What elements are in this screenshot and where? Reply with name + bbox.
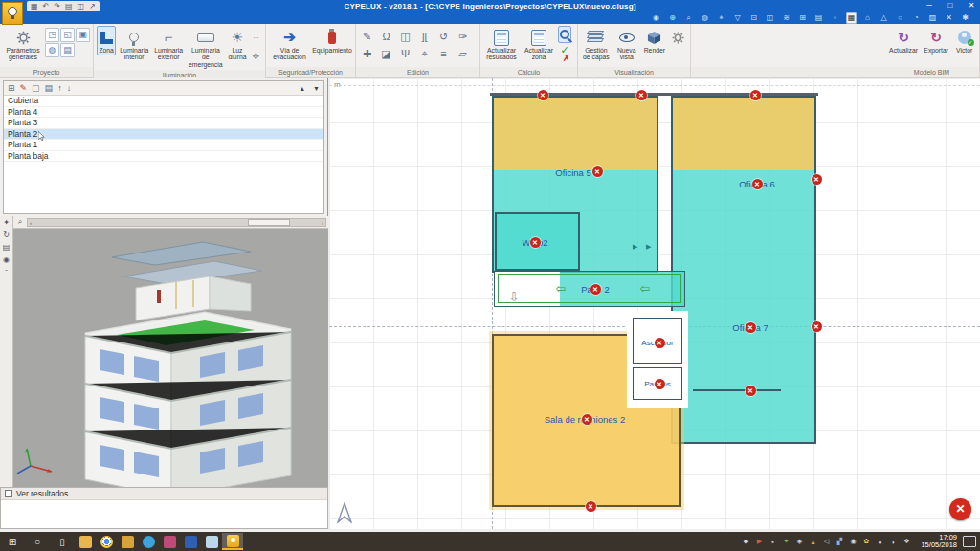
bim-actualizar-button[interactable]: ↻ Actualizar bbox=[887, 26, 920, 55]
proyecto-mini-icon[interactable]: ▤ bbox=[60, 43, 75, 57]
viewport-tool-icon[interactable]: ▤ bbox=[3, 243, 11, 252]
equipamiento-button[interactable]: Equipamiento bbox=[312, 26, 352, 55]
view-toolbar-icon[interactable]: ○ bbox=[895, 13, 905, 23]
floor-row-planta-baja[interactable]: Planta baja bbox=[4, 151, 323, 163]
view-toolbar-icon[interactable]: ◉ bbox=[651, 13, 661, 23]
luminaire-marker[interactable] bbox=[530, 237, 541, 248]
tray-icon[interactable]: ◗ bbox=[888, 539, 898, 545]
luminaire-marker[interactable] bbox=[590, 284, 601, 295]
gestion-capas-button[interactable]: Gestión de capas bbox=[581, 26, 612, 63]
edit-tools-row2[interactable]: ✚◪Ψ⌖≡▱ bbox=[359, 46, 471, 61]
edit-tool-icon[interactable]: ✚ bbox=[359, 46, 375, 61]
luminaire-marker[interactable] bbox=[538, 90, 548, 100]
taskbar-app-icon[interactable] bbox=[180, 533, 201, 550]
view-toolbar-icon[interactable]: ◫ bbox=[765, 13, 775, 23]
ver-resultados-checkbox[interactable] bbox=[5, 490, 12, 497]
luminaria-interior-button[interactable]: Luminaria interior bbox=[118, 26, 150, 63]
render-button[interactable]: Render bbox=[642, 26, 667, 55]
check-uncheck-icon[interactable]: ✓✗ bbox=[559, 46, 570, 62]
task-view-button[interactable]: ▯ bbox=[50, 537, 75, 547]
zoom-tool-button[interactable] bbox=[558, 26, 571, 43]
move-up-icon[interactable]: ↑ bbox=[57, 82, 62, 95]
magnifier-icon[interactable]: ⌕ bbox=[13, 217, 27, 227]
view-toolbar-icon[interactable]: ⌂ bbox=[862, 13, 873, 23]
start-button[interactable]: ⊞ bbox=[0, 537, 25, 547]
tray-icon[interactable]: ◆ bbox=[741, 538, 750, 545]
tray-icon[interactable]: ◉ bbox=[848, 538, 858, 545]
tray-icon[interactable]: ● bbox=[875, 539, 884, 545]
collapse-down-icon[interactable]: ▼ bbox=[313, 82, 320, 95]
view-toolbar-icon[interactable]: ▨ bbox=[927, 13, 938, 23]
taskbar-clock[interactable]: 17:09 15/05/2018 bbox=[915, 534, 963, 550]
3d-viewport[interactable]: ⌕ ‹ › ✦↻▤◉ˆ bbox=[0, 216, 328, 487]
tray-icon[interactable]: ❖ bbox=[902, 538, 911, 545]
actualizar-resultados-button[interactable]: Actualizar resultados bbox=[483, 26, 520, 63]
move-down-icon[interactable]: ↓ bbox=[67, 82, 72, 95]
proyecto-mini-icon[interactable]: ▣ bbox=[76, 28, 90, 42]
building-3d-model[interactable] bbox=[13, 229, 328, 487]
view-toolbar[interactable]: ◉⊕⌕◍⌖▽⊡◫≋⊞▤▫▦⌂△○◔▨✕✱ bbox=[0, 12, 980, 24]
edit-tool-icon[interactable]: ◪ bbox=[378, 46, 394, 61]
luminaire-marker[interactable] bbox=[636, 90, 647, 100]
view-toolbar-icon[interactable]: ◍ bbox=[700, 13, 710, 23]
plan-canvas[interactable]: m Oficina 5 Oficina 6 Oficina 7 Wc p2 Pa… bbox=[329, 78, 980, 529]
tray-icon[interactable]: ◈ bbox=[794, 538, 804, 545]
viewport-tool-icon[interactable]: ↻ bbox=[3, 231, 10, 239]
iluminacion-overflow-button[interactable]: ∙∙ ✥ bbox=[250, 26, 262, 68]
luminaire-marker[interactable] bbox=[750, 90, 761, 100]
viewport-tool-icon[interactable]: ˆ bbox=[5, 268, 8, 276]
scroll-right-icon[interactable]: › bbox=[322, 219, 323, 227]
luminaria-exterior-button[interactable]: ⌐ Luminaria exterior bbox=[152, 26, 185, 63]
visualizacion-options-button[interactable] bbox=[669, 26, 687, 49]
edit-tool-icon[interactable]: ⌖ bbox=[416, 46, 433, 61]
tray-icon[interactable]: ✦ bbox=[781, 538, 791, 545]
close-window-button[interactable]: ✕ bbox=[965, 0, 978, 11]
luminaire-marker[interactable] bbox=[746, 322, 756, 333]
floor-row-planta4[interactable]: Planta 4 bbox=[4, 107, 323, 119]
luminaire-marker[interactable] bbox=[752, 179, 763, 189]
proyecto-mini-icon[interactable]: ◳ bbox=[45, 28, 59, 42]
minimize-button[interactable]: ─ bbox=[923, 0, 936, 11]
notification-center-icon[interactable] bbox=[963, 536, 976, 547]
view-toolbar-icon[interactable]: ⊕ bbox=[667, 13, 678, 23]
actualizar-zona-button[interactable]: Actualizar zona bbox=[522, 26, 556, 63]
edit-floor-icon[interactable]: ✎ bbox=[20, 82, 28, 95]
tray-icon[interactable]: ▶ bbox=[754, 538, 764, 545]
proyecto-mini-buttons[interactable]: ◳◱▣◍▤ bbox=[45, 28, 90, 57]
edit-tools-row1[interactable]: ✎Ω◫][↺✑ bbox=[359, 29, 471, 44]
3d-viewport-tools[interactable]: ✦↻▤◉ˆ bbox=[0, 216, 13, 487]
taskbar-explorer-icon[interactable] bbox=[75, 533, 96, 550]
edit-tool-icon[interactable]: ][ bbox=[416, 29, 433, 44]
proyecto-mini-icon[interactable]: ◍ bbox=[45, 43, 59, 57]
view-toolbar-icon[interactable]: △ bbox=[879, 13, 889, 23]
taskbar-cypelux-icon[interactable] bbox=[222, 533, 243, 550]
viewport-tool-icon[interactable]: ◉ bbox=[3, 255, 10, 264]
view-toolbar-icon[interactable]: ⌕ bbox=[683, 13, 694, 23]
luminaire-marker[interactable] bbox=[586, 501, 596, 512]
bim-exportar-button[interactable]: ↻ Exportar bbox=[922, 26, 950, 55]
parametros-generales-button[interactable]: Parámetros generales bbox=[3, 26, 43, 63]
edit-tool-icon[interactable]: ≡ bbox=[435, 46, 452, 61]
bim-user-button[interactable]: Victor bbox=[952, 26, 976, 55]
view-toolbar-icon[interactable]: ◔ bbox=[911, 13, 922, 23]
maximize-button[interactable]: □ bbox=[944, 0, 957, 11]
edit-tool-icon[interactable]: Ω bbox=[378, 29, 394, 44]
view-toolbar-icon[interactable]: ✕ bbox=[944, 13, 954, 23]
viewport-tool-icon[interactable]: ✦ bbox=[3, 218, 10, 227]
view-toolbar-icon[interactable]: ✱ bbox=[960, 13, 970, 23]
taskbar-chrome-icon[interactable] bbox=[96, 533, 117, 550]
edit-tool-icon[interactable]: ✎ bbox=[359, 29, 375, 44]
nueva-vista-button[interactable]: Nueva vista bbox=[613, 26, 640, 63]
luminaire-marker[interactable] bbox=[582, 414, 592, 425]
zona-button[interactable]: Zona bbox=[97, 26, 116, 55]
view-toolbar-icon[interactable]: ▽ bbox=[732, 13, 743, 23]
luminaire-marker[interactable] bbox=[812, 174, 822, 185]
print-icon[interactable]: ▤ bbox=[45, 82, 54, 95]
floor-row-planta2[interactable]: Planta 2 bbox=[4, 129, 323, 141]
tray-icon[interactable]: ▞ bbox=[835, 538, 844, 545]
tray-icon[interactable]: ▪ bbox=[768, 539, 777, 545]
view-toolbar-icon[interactable]: ⊡ bbox=[748, 13, 759, 23]
view-toolbar-icon[interactable]: ⊞ bbox=[797, 13, 808, 23]
floor-row-planta3[interactable]: Planta 3 bbox=[4, 118, 323, 129]
taskbar-photos-icon[interactable] bbox=[159, 533, 180, 550]
